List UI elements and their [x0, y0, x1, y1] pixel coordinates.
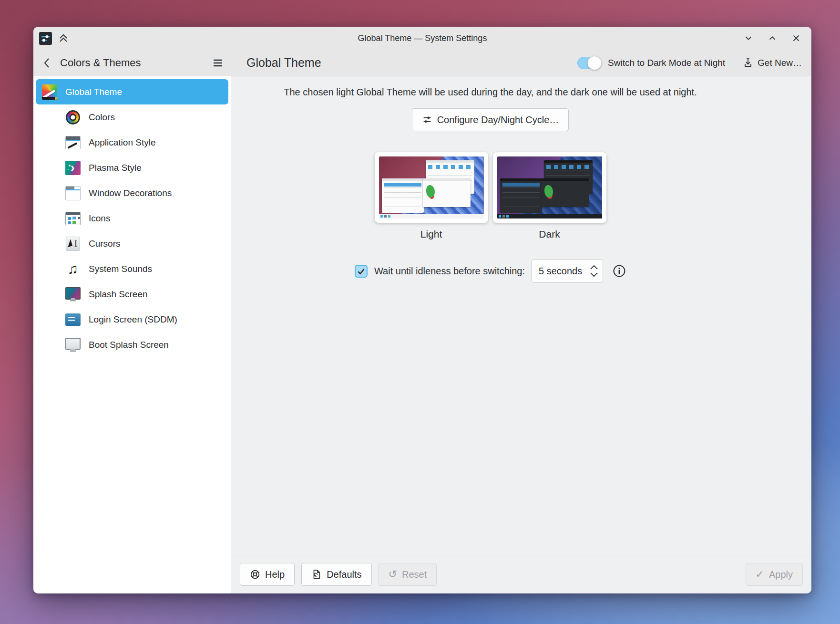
- breadcrumb-category[interactable]: Colors & Themes: [60, 57, 205, 69]
- sidebar-item-label: Icons: [89, 213, 110, 224]
- window-title: Global Theme — System Settings: [33, 33, 811, 43]
- idle-duration-spinbox[interactable]: 5 seconds: [532, 259, 603, 283]
- page-header: Global Theme Switch to Dark Mode at Nigh…: [231, 50, 811, 76]
- system-settings-app-icon: [39, 32, 52, 45]
- get-new-button[interactable]: Get New…: [742, 57, 802, 69]
- plasma-style-icon: [65, 160, 81, 176]
- maximize-button[interactable]: [767, 32, 778, 44]
- page-title: Global Theme: [246, 56, 321, 70]
- system-settings-window: Global Theme — System Settings Colors &: [33, 27, 811, 593]
- close-button[interactable]: [790, 32, 802, 44]
- sidebar-item-label: Login Screen (SDDM): [89, 314, 177, 325]
- sidebar-item-application-style[interactable]: Application Style: [36, 130, 228, 155]
- sidebar-item-icons[interactable]: Icons: [36, 206, 228, 231]
- light-theme-label: Light: [420, 229, 442, 240]
- sidebar-item-plasma-style[interactable]: Plasma Style: [36, 155, 228, 180]
- sidebar-item-label: Boot Splash Screen: [89, 340, 169, 350]
- titlebar[interactable]: Global Theme — System Settings: [33, 27, 811, 50]
- sidebar-item-splash-screen[interactable]: Splash Screen: [36, 281, 228, 307]
- colors-icon: [65, 110, 81, 125]
- boot-splash-screen-icon: [65, 337, 81, 353]
- back-icon[interactable]: [41, 57, 53, 69]
- global-theme-icon: [42, 84, 57, 100]
- application-style-icon: [65, 135, 81, 150]
- apply-button[interactable]: ✓ Apply: [746, 563, 803, 586]
- sidebar-item-window-decorations[interactable]: Window Decorations: [36, 180, 228, 206]
- hamburger-menu-icon[interactable]: [212, 57, 224, 69]
- sidebar-item-boot-splash-screen[interactable]: Boot Splash Screen: [36, 332, 228, 357]
- reset-button-label: Reset: [402, 569, 427, 580]
- sidebar-item-label: Cursors: [89, 239, 121, 249]
- cursors-icon: [65, 236, 81, 251]
- icons-icon: [65, 211, 81, 226]
- sidebar-item-label: Application Style: [89, 137, 155, 148]
- help-lifebuoy-icon: [250, 569, 260, 580]
- minimize-button[interactable]: [743, 32, 754, 44]
- dark-theme-thumbnail[interactable]: [493, 152, 606, 223]
- configure-day-night-cycle-button[interactable]: Configure Day/Night Cycle…: [412, 108, 569, 131]
- apply-check-icon: ✓: [756, 569, 764, 580]
- footer-toolbar: Help Defaults ↺ Reset: [231, 555, 811, 593]
- sidebar-item-label: Splash Screen: [89, 289, 148, 300]
- idle-duration-value[interactable]: 5 seconds: [539, 266, 584, 277]
- splash-screen-icon: [65, 287, 81, 302]
- sidebar-item-cursors[interactable]: Cursors: [36, 231, 228, 256]
- window-decorations-icon: [65, 186, 81, 201]
- configure-button-label: Configure Day/Night Cycle…: [437, 114, 559, 125]
- download-icon: [742, 57, 754, 69]
- system-sounds-icon: ♫: [65, 261, 81, 277]
- checkmark-icon: [356, 266, 366, 276]
- sidebar-item-system-sounds[interactable]: ♫ System Sounds: [36, 256, 228, 281]
- info-icon[interactable]: [613, 264, 626, 278]
- sidebar-item-label: System Sounds: [89, 264, 152, 274]
- sidebar: Global Theme Colors Application Style Pl…: [33, 76, 231, 593]
- sliders-icon: [422, 114, 432, 125]
- defaults-button[interactable]: Defaults: [301, 563, 371, 586]
- sidebar-header: Colors & Themes: [33, 50, 231, 76]
- get-new-label: Get New…: [758, 58, 802, 68]
- reset-button[interactable]: ↺ Reset: [379, 563, 437, 586]
- reset-undo-icon: ↺: [389, 569, 397, 580]
- sidebar-item-login-screen[interactable]: Login Screen (SDDM): [36, 307, 228, 332]
- apply-button-label: Apply: [769, 569, 793, 580]
- defaults-button-label: Defaults: [327, 569, 361, 580]
- spin-up-icon[interactable]: [589, 264, 599, 270]
- desktop-wallpaper: Global Theme — System Settings Colors &: [0, 0, 840, 624]
- light-theme-preview: Light: [375, 152, 488, 240]
- help-button-label: Help: [265, 569, 285, 580]
- sidebar-item-label: Colors: [89, 112, 115, 123]
- dark-mode-night-toggle[interactable]: [577, 57, 601, 69]
- sidebar-item-colors[interactable]: Colors: [36, 104, 228, 130]
- sidebar-item-label: Plasma Style: [89, 163, 142, 173]
- sidebar-item-label: Global Theme: [65, 87, 122, 97]
- sidebar-item-global-theme[interactable]: Global Theme: [36, 79, 228, 104]
- help-button[interactable]: Help: [240, 563, 295, 586]
- idle-checkbox-label[interactable]: Wait until idleness before switching:: [374, 266, 525, 277]
- day-night-description: The chosen light Global Theme will be us…: [284, 87, 697, 98]
- login-screen-icon: [65, 312, 81, 327]
- keep-above-icon[interactable]: [58, 32, 69, 44]
- main-content: The chosen light Global Theme will be us…: [231, 76, 811, 593]
- dark-mode-night-toggle-label[interactable]: Switch to Dark Mode at Night: [608, 58, 725, 68]
- idle-checkbox[interactable]: [355, 265, 368, 278]
- sidebar-item-label: Window Decorations: [89, 188, 172, 198]
- defaults-document-icon: [311, 569, 322, 580]
- spin-down-icon[interactable]: [589, 271, 599, 278]
- header-band: Colors & Themes Global Theme Switch to D…: [33, 50, 811, 76]
- dark-theme-label: Dark: [539, 229, 560, 240]
- light-theme-thumbnail[interactable]: [375, 152, 488, 223]
- toggle-knob: [587, 56, 602, 70]
- dark-theme-preview: Dark: [493, 152, 606, 240]
